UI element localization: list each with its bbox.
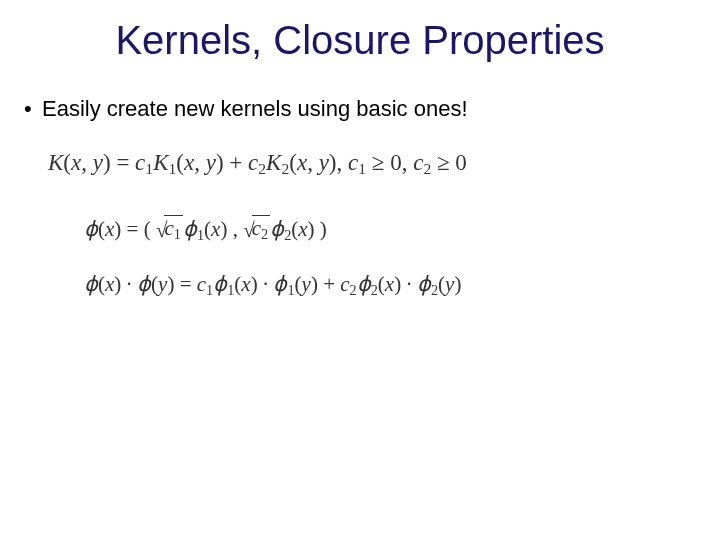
bullet-text: Easily create new kernels using basic on… xyxy=(42,96,468,121)
equation-phi-dot: ϕ(x) · ϕ(y) = c1ϕ1(x) · ϕ1(y) + c2ϕ2(x) … xyxy=(84,272,461,297)
equation-phi-def: ϕ(x) = ( √c1ϕ1(x) , √c2ϕ2(x) ) xyxy=(84,216,327,242)
slide: Kernels, Closure Properties •Easily crea… xyxy=(0,0,720,540)
sqrt-icon: √c1 xyxy=(156,216,183,242)
sqrt-icon: √c2 xyxy=(243,216,270,242)
equation-kernel-sum: K(x, y) = c1K1(x, y) + c2K2(x, y), c1 ≥ … xyxy=(48,150,467,176)
bullet-marker: • xyxy=(24,96,42,122)
slide-title: Kernels, Closure Properties xyxy=(0,18,720,63)
bullet-line-1: •Easily create new kernels using basic o… xyxy=(24,96,468,122)
